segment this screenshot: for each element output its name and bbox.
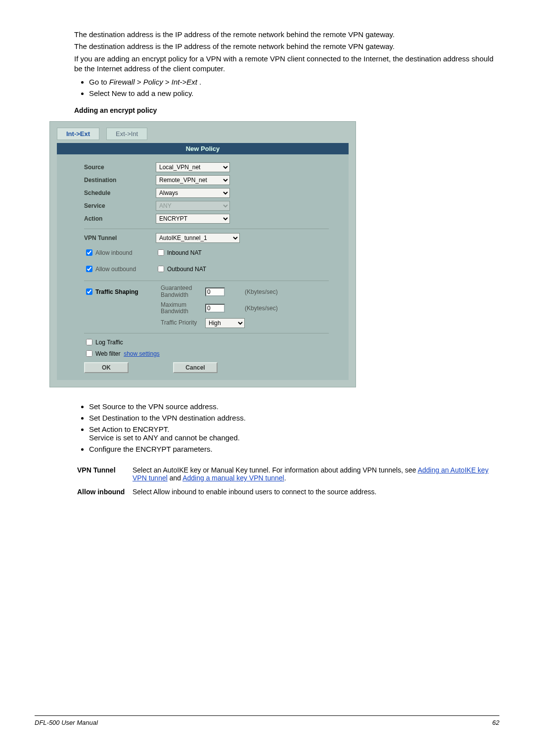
checkbox-allow-outbound[interactable]: [86, 266, 92, 272]
checkbox-traffic-shaping[interactable]: [86, 288, 92, 295]
checkbox-inbound-nat[interactable]: [158, 249, 164, 256]
figure-caption: Adding an encrypt policy: [74, 106, 494, 114]
link-show-settings[interactable]: show settings: [124, 350, 160, 357]
label-service: Service: [84, 202, 156, 209]
policy-screenshot: Int->Ext Ext->Int New Policy Source Loca…: [49, 121, 356, 387]
unit-guaranteed: (Kbytes/sec): [245, 288, 329, 295]
label-priority: Traffic Priority: [161, 320, 200, 327]
def-term-allow-inbound: Allow inbound: [74, 485, 130, 499]
label-destination: Destination: [84, 177, 156, 184]
intro-p2: The destination address is the IP addres…: [74, 42, 494, 51]
label-action: Action: [84, 215, 156, 222]
checkbox-outbound-nat[interactable]: [158, 266, 164, 272]
intro-p1: The destination address is the IP addres…: [74, 30, 494, 40]
cancel-button[interactable]: Cancel: [173, 362, 218, 373]
label-source: Source: [84, 164, 156, 171]
postbullet-2: Set Destination to the VPN destination a…: [89, 414, 494, 422]
label-allow-inbound: Allow inbound: [95, 249, 133, 256]
def-text-vpn-tunnel: Select an AutoIKE key or Manual Key tunn…: [130, 463, 494, 485]
postbullet-3: Set Action to ENCRYPT. Service is set to…: [89, 425, 494, 442]
nav-path: Firewall > Policy > Int->Ext: [109, 78, 197, 86]
prebullet-1: Go to Firewall > Policy > Int->Ext .: [89, 78, 494, 86]
label-guaranteed: Guaranteed Bandwidth: [161, 285, 200, 299]
def-term-vpn-tunnel: VPN Tunnel: [74, 463, 130, 485]
footer-title: DFL-500 User Manual: [35, 719, 98, 726]
select-action[interactable]: ENCRYPT: [156, 214, 230, 224]
select-schedule[interactable]: Always: [156, 188, 230, 198]
label-outbound-nat: Outbound NAT: [167, 266, 206, 273]
label-maximum: Maximum Bandwidth: [161, 302, 200, 316]
tab-ext-int[interactable]: Ext->Int: [106, 128, 147, 140]
label-web-filter: Web filter: [95, 350, 120, 357]
label-vpn-tunnel: VPN Tunnel: [84, 235, 156, 241]
input-guaranteed[interactable]: [205, 287, 225, 296]
label-traffic-shaping: Traffic Shaping: [95, 288, 138, 295]
checkbox-web-filter[interactable]: [86, 350, 92, 357]
select-vpn-tunnel[interactable]: AutoIKE_tunnel_1: [156, 233, 240, 243]
label-log-traffic: Log Traffic: [95, 339, 123, 346]
intro-p3: If you are adding an encrypt policy for …: [74, 54, 494, 74]
input-maximum[interactable]: [205, 304, 225, 313]
label-allow-outbound: Allow outbound: [95, 266, 136, 273]
select-priority[interactable]: High: [205, 318, 245, 328]
select-service: ANY: [156, 201, 230, 211]
postbullet-1: Set Source to the VPN source address.: [89, 402, 494, 411]
checkbox-allow-inbound[interactable]: [86, 249, 92, 256]
def-text-allow-inbound: Select Allow inbound to enable inbound u…: [130, 485, 494, 499]
select-source[interactable]: Local_VPN_net: [156, 162, 230, 172]
link-manual-key-tunnel[interactable]: Adding a manual key VPN tunnel: [182, 474, 284, 482]
select-destination[interactable]: Remote_VPN_net: [156, 175, 230, 185]
page-number: 62: [492, 719, 499, 726]
prebullet-2: Select New to add a new policy.: [89, 89, 494, 97]
ok-button[interactable]: OK: [84, 362, 129, 373]
postbullet-4: Configure the ENCRYPT parameters.: [89, 445, 494, 453]
checkbox-log-traffic[interactable]: [86, 339, 92, 345]
label-inbound-nat: Inbound NAT: [167, 249, 202, 256]
unit-maximum: (Kbytes/sec): [245, 305, 329, 312]
panel-header: New Policy: [57, 143, 349, 154]
label-schedule: Schedule: [84, 189, 156, 196]
tab-int-ext[interactable]: Int->Ext: [57, 128, 99, 140]
